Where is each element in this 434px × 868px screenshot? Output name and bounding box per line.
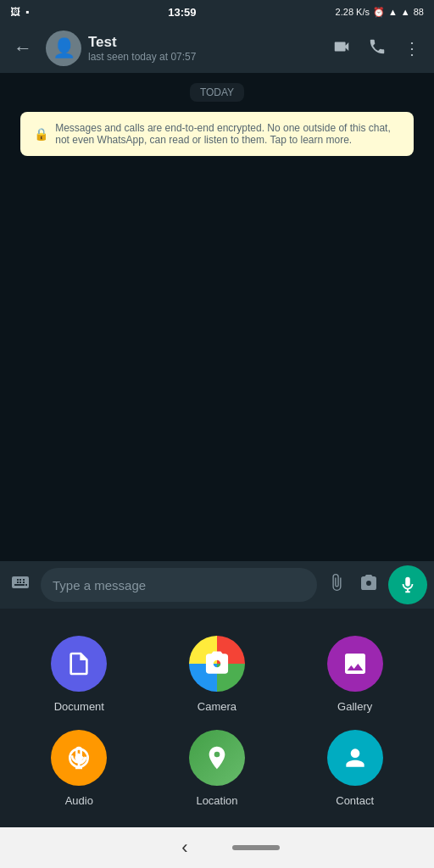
encryption-text: Messages and calls are end-to-end encryp… bbox=[55, 122, 400, 146]
battery-status-icon: ▪ bbox=[25, 6, 29, 18]
attach-gallery[interactable]: Gallery bbox=[327, 636, 383, 713]
attach-camera[interactable]: Camera bbox=[189, 636, 245, 713]
keyboard-icon[interactable] bbox=[7, 569, 34, 601]
mic-button[interactable] bbox=[388, 565, 427, 604]
camera-button[interactable] bbox=[356, 570, 381, 600]
location-circle bbox=[189, 730, 245, 786]
attach-contact[interactable]: Contact bbox=[327, 730, 383, 807]
contact-info[interactable]: Test last seen today at 07:57 bbox=[88, 34, 319, 63]
lock-icon: 🔒 bbox=[34, 127, 48, 141]
status-bar: 🖼 ▪ 13:59 2.28 K/s ⏰ ▲ ▲ 88 bbox=[0, 0, 434, 24]
document-circle bbox=[51, 636, 107, 692]
contact-name: Test bbox=[88, 34, 319, 51]
camera-circle bbox=[189, 636, 245, 692]
back-button[interactable]: ← bbox=[7, 31, 39, 66]
contact-label: Contact bbox=[336, 794, 374, 807]
header-actions: ⋮ bbox=[326, 31, 427, 67]
attach-location[interactable]: Location bbox=[189, 730, 245, 807]
camera-label: Camera bbox=[198, 700, 236, 713]
wifi-icon: ▲ bbox=[388, 7, 398, 17]
gallery-circle bbox=[327, 636, 383, 692]
status-time: 13:59 bbox=[168, 6, 196, 19]
attach-panel: Document Camera Gallery Audio Location C… bbox=[0, 609, 434, 827]
audio-label: Audio bbox=[65, 794, 93, 807]
chat-header: ← 👤 Test last seen today at 07:57 ⋮ bbox=[0, 24, 434, 73]
date-badge: TODAY bbox=[190, 83, 244, 102]
gallery-label: Gallery bbox=[337, 700, 372, 713]
location-label: Location bbox=[196, 794, 237, 807]
network-speed: 2.28 K/s bbox=[336, 7, 370, 17]
video-call-button[interactable] bbox=[326, 31, 358, 67]
signal-icon: ▲ bbox=[401, 7, 410, 17]
attach-audio[interactable]: Audio bbox=[51, 730, 107, 807]
voice-call-button[interactable] bbox=[361, 31, 393, 67]
audio-circle bbox=[51, 730, 107, 786]
encryption-notice[interactable]: 🔒 Messages and calls are end-to-end encr… bbox=[20, 112, 414, 156]
attach-document[interactable]: Document bbox=[51, 636, 107, 713]
nav-bar: ‹ bbox=[0, 827, 434, 868]
contact-status: last seen today at 07:57 bbox=[88, 51, 319, 63]
input-bar bbox=[0, 561, 434, 609]
avatar[interactable]: 👤 bbox=[46, 31, 81, 66]
photo-icon: 🖼 bbox=[10, 6, 20, 18]
status-right: 2.28 K/s ⏰ ▲ ▲ 88 bbox=[336, 7, 424, 18]
status-left: 🖼 ▪ bbox=[10, 6, 29, 18]
battery-icon: 88 bbox=[414, 7, 424, 17]
contact-circle bbox=[327, 730, 383, 786]
nav-pill bbox=[232, 845, 280, 850]
nav-back-button[interactable]: ‹ bbox=[154, 830, 214, 865]
alarm-icon: ⏰ bbox=[373, 7, 385, 18]
more-options-button[interactable]: ⋮ bbox=[397, 31, 427, 65]
message-input[interactable] bbox=[41, 568, 317, 602]
chat-area: TODAY 🔒 Messages and calls are end-to-en… bbox=[0, 73, 434, 561]
attach-button[interactable] bbox=[324, 570, 349, 600]
document-label: Document bbox=[54, 700, 104, 713]
